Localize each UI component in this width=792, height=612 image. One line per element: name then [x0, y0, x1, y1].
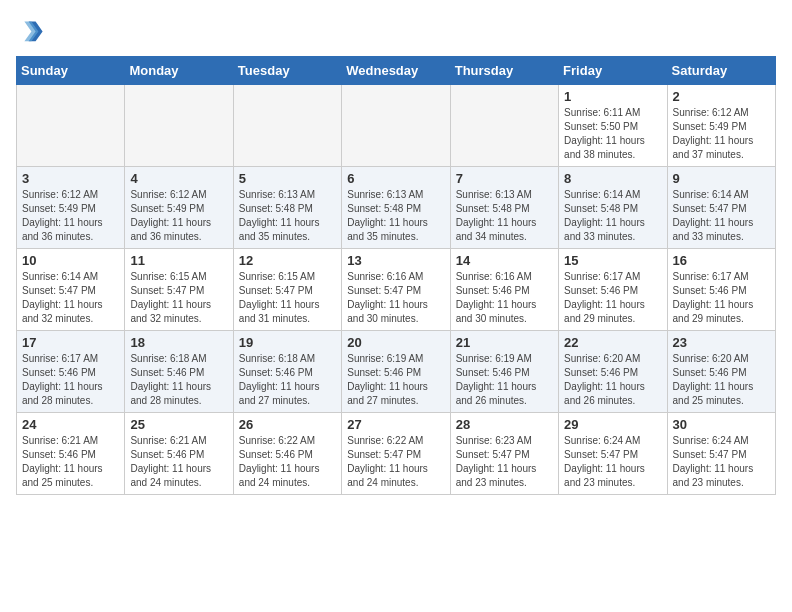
- calendar-cell: [233, 85, 341, 167]
- day-number: 26: [239, 417, 336, 432]
- day-number: 2: [673, 89, 770, 104]
- calendar-cell: 13Sunrise: 6:16 AMSunset: 5:47 PMDayligh…: [342, 249, 450, 331]
- day-info: Sunrise: 6:17 AMSunset: 5:46 PMDaylight:…: [564, 270, 661, 326]
- calendar-cell: 30Sunrise: 6:24 AMSunset: 5:47 PMDayligh…: [667, 413, 775, 495]
- day-number: 13: [347, 253, 444, 268]
- day-info: Sunrise: 6:24 AMSunset: 5:47 PMDaylight:…: [673, 434, 770, 490]
- calendar-cell: 2Sunrise: 6:12 AMSunset: 5:49 PMDaylight…: [667, 85, 775, 167]
- weekday-header-monday: Monday: [125, 57, 233, 85]
- day-info: Sunrise: 6:17 AMSunset: 5:46 PMDaylight:…: [673, 270, 770, 326]
- calendar-cell: 4Sunrise: 6:12 AMSunset: 5:49 PMDaylight…: [125, 167, 233, 249]
- day-info: Sunrise: 6:14 AMSunset: 5:48 PMDaylight:…: [564, 188, 661, 244]
- calendar-cell: [342, 85, 450, 167]
- calendar-cell: 22Sunrise: 6:20 AMSunset: 5:46 PMDayligh…: [559, 331, 667, 413]
- calendar-row-1: 3Sunrise: 6:12 AMSunset: 5:49 PMDaylight…: [17, 167, 776, 249]
- day-number: 25: [130, 417, 227, 432]
- day-info: Sunrise: 6:20 AMSunset: 5:46 PMDaylight:…: [673, 352, 770, 408]
- day-info: Sunrise: 6:18 AMSunset: 5:46 PMDaylight:…: [130, 352, 227, 408]
- calendar-cell: 15Sunrise: 6:17 AMSunset: 5:46 PMDayligh…: [559, 249, 667, 331]
- day-number: 11: [130, 253, 227, 268]
- day-info: Sunrise: 6:22 AMSunset: 5:47 PMDaylight:…: [347, 434, 444, 490]
- calendar-cell: 26Sunrise: 6:22 AMSunset: 5:46 PMDayligh…: [233, 413, 341, 495]
- day-info: Sunrise: 6:24 AMSunset: 5:47 PMDaylight:…: [564, 434, 661, 490]
- day-number: 12: [239, 253, 336, 268]
- day-number: 19: [239, 335, 336, 350]
- calendar-cell: 25Sunrise: 6:21 AMSunset: 5:46 PMDayligh…: [125, 413, 233, 495]
- day-info: Sunrise: 6:19 AMSunset: 5:46 PMDaylight:…: [456, 352, 553, 408]
- weekday-header-sunday: Sunday: [17, 57, 125, 85]
- day-number: 21: [456, 335, 553, 350]
- day-number: 9: [673, 171, 770, 186]
- calendar-cell: 9Sunrise: 6:14 AMSunset: 5:47 PMDaylight…: [667, 167, 775, 249]
- calendar-cell: 7Sunrise: 6:13 AMSunset: 5:48 PMDaylight…: [450, 167, 558, 249]
- day-number: 18: [130, 335, 227, 350]
- calendar-cell: 20Sunrise: 6:19 AMSunset: 5:46 PMDayligh…: [342, 331, 450, 413]
- calendar-cell: 10Sunrise: 6:14 AMSunset: 5:47 PMDayligh…: [17, 249, 125, 331]
- calendar-row-0: 1Sunrise: 6:11 AMSunset: 5:50 PMDaylight…: [17, 85, 776, 167]
- day-info: Sunrise: 6:14 AMSunset: 5:47 PMDaylight:…: [22, 270, 119, 326]
- calendar-cell: 12Sunrise: 6:15 AMSunset: 5:47 PMDayligh…: [233, 249, 341, 331]
- day-number: 27: [347, 417, 444, 432]
- weekday-header-row: SundayMondayTuesdayWednesdayThursdayFrid…: [17, 57, 776, 85]
- weekday-header-thursday: Thursday: [450, 57, 558, 85]
- day-number: 10: [22, 253, 119, 268]
- day-number: 4: [130, 171, 227, 186]
- calendar-cell: [125, 85, 233, 167]
- calendar-row-4: 24Sunrise: 6:21 AMSunset: 5:46 PMDayligh…: [17, 413, 776, 495]
- weekday-header-friday: Friday: [559, 57, 667, 85]
- day-info: Sunrise: 6:13 AMSunset: 5:48 PMDaylight:…: [239, 188, 336, 244]
- calendar-cell: 5Sunrise: 6:13 AMSunset: 5:48 PMDaylight…: [233, 167, 341, 249]
- calendar-cell: 23Sunrise: 6:20 AMSunset: 5:46 PMDayligh…: [667, 331, 775, 413]
- day-number: 5: [239, 171, 336, 186]
- day-info: Sunrise: 6:22 AMSunset: 5:46 PMDaylight:…: [239, 434, 336, 490]
- day-number: 28: [456, 417, 553, 432]
- day-info: Sunrise: 6:21 AMSunset: 5:46 PMDaylight:…: [130, 434, 227, 490]
- calendar-cell: 11Sunrise: 6:15 AMSunset: 5:47 PMDayligh…: [125, 249, 233, 331]
- calendar-cell: 21Sunrise: 6:19 AMSunset: 5:46 PMDayligh…: [450, 331, 558, 413]
- day-number: 30: [673, 417, 770, 432]
- calendar-cell: 24Sunrise: 6:21 AMSunset: 5:46 PMDayligh…: [17, 413, 125, 495]
- day-number: 16: [673, 253, 770, 268]
- calendar-cell: 28Sunrise: 6:23 AMSunset: 5:47 PMDayligh…: [450, 413, 558, 495]
- day-info: Sunrise: 6:12 AMSunset: 5:49 PMDaylight:…: [22, 188, 119, 244]
- calendar-cell: 16Sunrise: 6:17 AMSunset: 5:46 PMDayligh…: [667, 249, 775, 331]
- day-info: Sunrise: 6:21 AMSunset: 5:46 PMDaylight:…: [22, 434, 119, 490]
- weekday-header-tuesday: Tuesday: [233, 57, 341, 85]
- day-number: 22: [564, 335, 661, 350]
- day-number: 15: [564, 253, 661, 268]
- day-info: Sunrise: 6:14 AMSunset: 5:47 PMDaylight:…: [673, 188, 770, 244]
- calendar-cell: 27Sunrise: 6:22 AMSunset: 5:47 PMDayligh…: [342, 413, 450, 495]
- day-info: Sunrise: 6:15 AMSunset: 5:47 PMDaylight:…: [239, 270, 336, 326]
- calendar-cell: 8Sunrise: 6:14 AMSunset: 5:48 PMDaylight…: [559, 167, 667, 249]
- day-number: 29: [564, 417, 661, 432]
- calendar-cell: 6Sunrise: 6:13 AMSunset: 5:48 PMDaylight…: [342, 167, 450, 249]
- calendar-row-3: 17Sunrise: 6:17 AMSunset: 5:46 PMDayligh…: [17, 331, 776, 413]
- logo: [16, 16, 48, 44]
- calendar-cell: 18Sunrise: 6:18 AMSunset: 5:46 PMDayligh…: [125, 331, 233, 413]
- day-info: Sunrise: 6:18 AMSunset: 5:46 PMDaylight:…: [239, 352, 336, 408]
- logo-icon: [16, 16, 44, 44]
- day-number: 14: [456, 253, 553, 268]
- day-number: 6: [347, 171, 444, 186]
- day-info: Sunrise: 6:16 AMSunset: 5:47 PMDaylight:…: [347, 270, 444, 326]
- day-number: 7: [456, 171, 553, 186]
- calendar-cell: 1Sunrise: 6:11 AMSunset: 5:50 PMDaylight…: [559, 85, 667, 167]
- day-info: Sunrise: 6:23 AMSunset: 5:47 PMDaylight:…: [456, 434, 553, 490]
- day-number: 1: [564, 89, 661, 104]
- page-header: [16, 16, 776, 44]
- calendar-cell: [450, 85, 558, 167]
- weekday-header-wednesday: Wednesday: [342, 57, 450, 85]
- day-info: Sunrise: 6:15 AMSunset: 5:47 PMDaylight:…: [130, 270, 227, 326]
- day-info: Sunrise: 6:17 AMSunset: 5:46 PMDaylight:…: [22, 352, 119, 408]
- day-number: 3: [22, 171, 119, 186]
- day-info: Sunrise: 6:12 AMSunset: 5:49 PMDaylight:…: [673, 106, 770, 162]
- day-number: 20: [347, 335, 444, 350]
- day-info: Sunrise: 6:20 AMSunset: 5:46 PMDaylight:…: [564, 352, 661, 408]
- day-info: Sunrise: 6:12 AMSunset: 5:49 PMDaylight:…: [130, 188, 227, 244]
- day-number: 23: [673, 335, 770, 350]
- day-info: Sunrise: 6:13 AMSunset: 5:48 PMDaylight:…: [347, 188, 444, 244]
- day-number: 24: [22, 417, 119, 432]
- weekday-header-saturday: Saturday: [667, 57, 775, 85]
- calendar-row-2: 10Sunrise: 6:14 AMSunset: 5:47 PMDayligh…: [17, 249, 776, 331]
- calendar-cell: 19Sunrise: 6:18 AMSunset: 5:46 PMDayligh…: [233, 331, 341, 413]
